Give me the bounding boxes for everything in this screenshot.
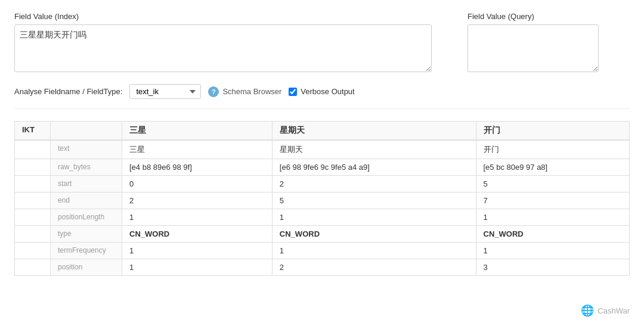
ikt-cell-end: [15, 193, 51, 209]
verbose-output-group: Verbose Output: [289, 87, 354, 96]
field-name-end: end: [51, 193, 122, 209]
index-field-group: Field Value (Index) 三星星期天开门吗: [14, 12, 444, 72]
ikt-header: IKT: [15, 122, 51, 141]
analyse-row: Analyse Fieldname / FieldType: text_ik t…: [14, 84, 630, 109]
ikt-cell-term-frequency: [15, 243, 51, 259]
val-start-1: 0: [122, 176, 273, 193]
ikt-cell-text: [15, 140, 51, 159]
table-row-term-frequency: termFrequency 1 1 1: [15, 243, 630, 259]
val-start-2: 2: [272, 176, 476, 193]
ikt-cell-position: [15, 259, 51, 276]
val-position-3: 3: [476, 259, 630, 276]
val-start-3: 5: [476, 176, 630, 193]
val-text-2: 星期天: [272, 140, 476, 159]
val-position-length-2: 1: [272, 209, 476, 226]
field-name-position-length: positionLength: [51, 209, 122, 226]
field-name-text: text: [51, 140, 122, 159]
val-type-1: CN_WORD: [122, 226, 273, 243]
val-text-3: 开门: [476, 140, 630, 159]
verbose-checkbox[interactable]: [289, 88, 297, 96]
ikt-cell-type: [15, 226, 51, 243]
query-field-label: Field Value (Query): [467, 12, 630, 21]
verbose-label: Verbose Output: [301, 87, 354, 96]
val-position-length-1: 1: [122, 209, 273, 226]
field-name-header: [51, 122, 122, 141]
table-row-position: position 1 2 3: [15, 259, 630, 276]
ikt-cell-position-length: [15, 209, 51, 226]
table-row-type: type CN_WORD CN_WORD CN_WORD: [15, 226, 630, 243]
val-position-1: 1: [122, 259, 273, 276]
val-raw-bytes-3: [e5 bc 80e9 97 a8]: [476, 159, 630, 176]
schema-browser-label: Schema Browser: [222, 87, 281, 96]
val-position-2: 2: [272, 259, 476, 276]
val-text-1: 三星: [122, 140, 273, 159]
main-container: Field Value (Index) 三星星期天开门吗 Field Value…: [0, 0, 644, 329]
index-field-label: Field Value (Index): [14, 12, 444, 21]
results-table-area: IKT 三星 星期天 开门 text 三星 星期天 开门 raw_byte: [14, 121, 630, 276]
watermark-text: CashWar: [597, 306, 630, 315]
token-header-3: 开门: [476, 122, 630, 141]
val-end-3: 7: [476, 193, 630, 209]
query-field-textarea[interactable]: [467, 24, 599, 72]
index-field-textarea[interactable]: 三星星期天开门吗: [14, 24, 432, 72]
field-name-term-frequency: termFrequency: [51, 243, 122, 259]
right-section: Verbose Output: [289, 87, 354, 96]
val-position-length-3: 1: [476, 209, 630, 226]
watermark-icon: 🌐: [581, 304, 594, 317]
val-raw-bytes-1: [e4 b8 89e6 98 9f]: [122, 159, 273, 176]
analyse-label: Analyse Fieldname / FieldType:: [14, 87, 122, 96]
val-end-2: 5: [272, 193, 476, 209]
token-header-2: 星期天: [272, 122, 476, 141]
val-type-3: CN_WORD: [476, 226, 630, 243]
val-term-frequency-1: 1: [122, 243, 273, 259]
schema-browser-link[interactable]: ? Schema Browser: [208, 86, 281, 97]
table-row-raw-bytes: raw_bytes [e4 b8 89e6 98 9f] [e6 98 9fe6…: [15, 159, 630, 176]
help-icon: ?: [208, 86, 219, 97]
val-type-2: CN_WORD: [272, 226, 476, 243]
field-name-start: start: [51, 176, 122, 193]
ikt-cell-raw-bytes: [15, 159, 51, 176]
val-end-1: 2: [122, 193, 273, 209]
table-row-position-length: positionLength 1 1 1: [15, 209, 630, 226]
field-name-type: type: [51, 226, 122, 243]
results-table: IKT 三星 星期天 开门 text 三星 星期天 开门 raw_byte: [14, 121, 630, 276]
table-row-start: start 0 2 5: [15, 176, 630, 193]
val-term-frequency-3: 1: [476, 243, 630, 259]
top-section: Field Value (Index) 三星星期天开门吗 Field Value…: [14, 12, 630, 72]
val-term-frequency-2: 1: [272, 243, 476, 259]
field-name-position: position: [51, 259, 122, 276]
query-field-group: Field Value (Query): [467, 12, 630, 72]
val-raw-bytes-2: [e6 98 9fe6 9c 9fe5 a4 a9]: [272, 159, 476, 176]
table-row-text: text 三星 星期天 开门: [15, 140, 630, 159]
ikt-cell-start: [15, 176, 51, 193]
table-row-end: end 2 5 7: [15, 193, 630, 209]
fieldtype-select[interactable]: text_ik text keyword string: [129, 84, 201, 99]
token-header-1: 三星: [122, 122, 273, 141]
watermark: 🌐 CashWar: [581, 304, 630, 317]
field-name-raw-bytes: raw_bytes: [51, 159, 122, 176]
